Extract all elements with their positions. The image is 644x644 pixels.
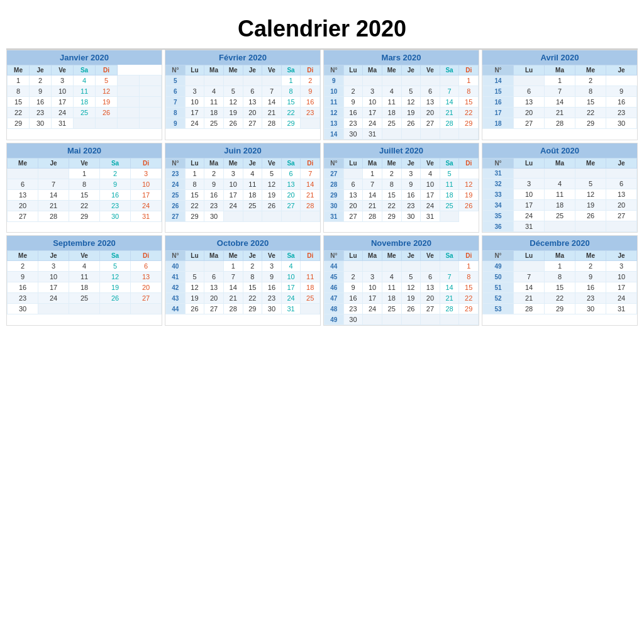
day-cell: 31 [52, 118, 74, 129]
week-number: 9 [166, 118, 186, 129]
table-row: 3631 [483, 221, 637, 232]
table-row: 2728293031 [8, 211, 162, 222]
col-header: Je [38, 158, 69, 169]
day-cell: 11 [382, 282, 401, 293]
day-cell: 18 [440, 190, 459, 201]
day-cell: 18 [301, 282, 320, 293]
day-cell: 17 [281, 282, 301, 293]
day-cell: 3 [514, 179, 545, 189]
col-header: Di [459, 251, 479, 261]
col-header: Ve [262, 251, 282, 261]
day-cell: 30 [100, 211, 131, 222]
day-cell: 5 [100, 261, 131, 272]
col-header: Me [382, 65, 401, 75]
col-header: Di [459, 65, 479, 75]
day-cell: 17 [363, 108, 382, 118]
day-cell: 21 [262, 108, 282, 118]
day-cell: 18 [69, 282, 100, 293]
day-cell: 4 [382, 86, 401, 97]
table-row: 2223242526 [8, 108, 162, 118]
day-cell: 22 [243, 293, 262, 304]
week-number: 52 [483, 293, 514, 304]
day-cell: 4 [382, 272, 401, 282]
day-cell: 9 [8, 272, 38, 282]
day-cell: 24 [223, 201, 243, 211]
table-row: 231234567 [166, 169, 320, 179]
day-cell: 24 [185, 118, 204, 129]
day-cell: 4 [545, 179, 575, 189]
day-cell: 27 [421, 118, 440, 129]
day-cell: 17 [131, 190, 162, 201]
table-row: 63456789 [166, 86, 320, 97]
col-header: Je [243, 251, 262, 261]
day-cell: 10 [606, 272, 637, 282]
table-row: 5328293031 [483, 304, 637, 314]
day-cell: 29 [69, 211, 100, 222]
day-cell: 28 [301, 201, 320, 211]
day-cell: 12 [401, 97, 421, 108]
day-cell: 21 [301, 190, 320, 201]
col-header: Lu [514, 158, 545, 169]
day-cell: 5 [262, 169, 282, 179]
table-row: 2913141516171819 [325, 190, 479, 201]
day-cell [100, 304, 131, 314]
day-cell: 3 [262, 261, 282, 272]
day-cell: 30 [343, 129, 363, 140]
day-cell: 1 [223, 261, 243, 272]
day-cell: 22 [382, 201, 401, 211]
day-cell: 22 [545, 293, 575, 304]
month-block: Juin 2020N°LuMaMeJeVeSaDi231234567248910… [165, 143, 321, 233]
day-cell: 15 [575, 97, 606, 108]
col-header: Di [96, 65, 118, 75]
col-header: N° [325, 251, 344, 261]
day-cell: 20 [343, 201, 363, 211]
col-header: Di [301, 65, 320, 75]
day-cell [382, 261, 401, 272]
col-header: Ve [421, 158, 440, 169]
table-row: 5221222324 [483, 293, 637, 304]
day-cell [545, 169, 575, 179]
month-block: Septembre 2020MeJeVeSaDi2345691011121316… [6, 235, 162, 326]
col-header: Lu [343, 158, 363, 169]
day-cell [204, 261, 224, 272]
day-cell: 25 [545, 211, 575, 221]
week-number: 31 [325, 211, 344, 222]
week-number: 48 [325, 304, 344, 314]
col-header: Ma [204, 251, 224, 261]
day-cell: 8 [459, 272, 479, 282]
week-number: 31 [483, 169, 514, 179]
day-cell: 14 [223, 282, 243, 293]
month-block: Août 2020N°LuMaMeJe313234563310111213341… [482, 143, 638, 233]
day-cell: 15 [382, 190, 401, 201]
col-header: N° [325, 158, 344, 169]
day-cell: 10 [363, 97, 382, 108]
day-cell: 3 [363, 272, 382, 282]
day-cell: 26 [575, 211, 606, 221]
table-row: 23456 [8, 261, 162, 272]
col-header: Je [243, 65, 262, 75]
day-cell: 31 [131, 211, 162, 222]
table-row: 2324252627 [8, 293, 162, 304]
day-cell: 12 [575, 189, 606, 200]
day-cell: 30 [204, 211, 224, 222]
day-cell: 8 [459, 86, 479, 97]
day-cell: 10 [514, 189, 545, 200]
day-cell: 16 [343, 108, 363, 118]
col-header: Ve [421, 251, 440, 261]
table-row: 710111213141516 [166, 97, 320, 108]
day-cell: 23 [575, 293, 606, 304]
day-cell: 31 [514, 221, 545, 232]
week-number: 5 [166, 75, 186, 86]
day-cell [382, 129, 401, 140]
day-cell: 6 [343, 179, 363, 190]
day-cell: 16 [100, 190, 131, 201]
day-cell: 17 [363, 293, 382, 304]
day-cell [575, 169, 606, 179]
day-cell [363, 75, 382, 86]
table-row: 1216171819202122 [325, 108, 479, 118]
col-header: Je [243, 158, 262, 169]
day-cell: 26 [100, 293, 131, 304]
day-cell [204, 75, 224, 86]
day-cell: 17 [185, 108, 204, 118]
day-cell: 19 [100, 282, 131, 293]
